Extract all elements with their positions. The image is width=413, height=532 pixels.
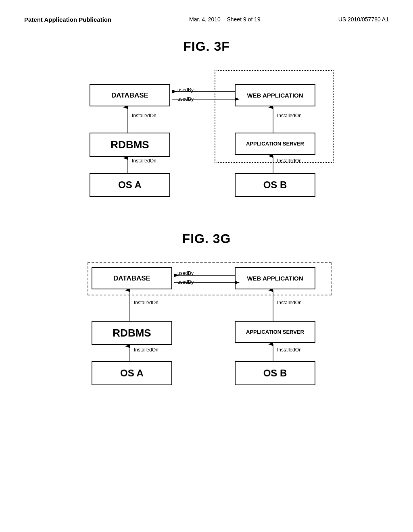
fig3f-osb-label: OS B xyxy=(263,179,287,191)
fig3g-webapp-label: WEB APPLICATION xyxy=(247,275,303,282)
fig3f-installedon-webapp: InstalledOn xyxy=(277,113,302,118)
fig3g-installedon-db: InstalledOn xyxy=(134,300,159,305)
fig3f-rdbms-label: RDBMS xyxy=(111,139,149,151)
fig3f-appserver-box: APPLICATION SERVER xyxy=(235,133,315,155)
section-gap xyxy=(24,207,389,231)
fig3f-installedon-db: InstalledOn xyxy=(132,113,156,118)
fig3g-appserver-box: APPLICATION SERVER xyxy=(235,321,315,343)
page: Patent Application Publication Mar. 4, 2… xyxy=(0,0,413,532)
fig3g-osb-box: OS B xyxy=(235,361,315,385)
fig3f-container: DATABASE WEB APPLICATION usedBy usedBy R… xyxy=(24,66,389,199)
fig3g-osa-box: OS A xyxy=(92,361,172,385)
fig3f-webapp-box: WEB APPLICATION xyxy=(235,84,315,106)
fig3g-osb-label: OS B xyxy=(263,368,287,379)
fig3f-database-box: DATABASE xyxy=(90,84,170,106)
fig3g-container: DATABASE WEB APPLICATION usedBy usedBy R… xyxy=(24,258,389,395)
fig3g-rdbms-label: RDBMS xyxy=(113,327,151,339)
fig3f-installedon-rdbms: InstalledOn xyxy=(132,158,156,164)
fig3g-webapp-box: WEB APPLICATION xyxy=(235,267,315,289)
fig3g-installedon-rdbms: InstalledOn xyxy=(134,347,159,353)
fig3g-database-box: DATABASE xyxy=(92,267,172,289)
fig3f-appserver-label: APPLICATION SERVER xyxy=(246,141,304,147)
header-date: Mar. 4, 2010 xyxy=(189,16,221,23)
fig3f-rdbms-box: RDBMS xyxy=(90,133,170,157)
fig3f-osa-label: OS A xyxy=(118,179,142,191)
fig3f-usedby-top-label: usedBy xyxy=(177,87,194,93)
fig3g-usedby-top-label: usedBy xyxy=(177,270,194,276)
header-date-sheet: Mar. 4, 2010 Sheet 9 of 19 xyxy=(189,16,261,23)
fig3g-diagram: DATABASE WEB APPLICATION usedBy usedBy R… xyxy=(65,258,348,395)
fig3f-osa-box: OS A xyxy=(90,173,170,197)
header-patent-number: US 2010/057780 A1 xyxy=(338,16,389,23)
header-sheet: Sheet 9 of 19 xyxy=(227,16,260,23)
fig3g-appserver-label: APPLICATION SERVER xyxy=(246,329,304,335)
fig3f-osb-box: OS B xyxy=(235,173,315,197)
fig3g-osa-label: OS A xyxy=(120,368,144,379)
fig3f-installedon-appserver: InstalledOn xyxy=(277,158,302,164)
fig3g-database-label: DATABASE xyxy=(113,274,150,283)
fig3g-installedon-appserver: InstalledOn xyxy=(277,347,302,353)
fig3g-usedby-bottom-label: usedBy xyxy=(177,279,194,285)
fig3f-usedby-bottom-label: usedBy xyxy=(177,96,194,102)
page-header: Patent Application Publication Mar. 4, 2… xyxy=(24,16,389,23)
header-publication-label: Patent Application Publication xyxy=(24,16,111,23)
fig3f-diagram: DATABASE WEB APPLICATION usedBy usedBy R… xyxy=(65,66,348,199)
fig3g-installedon-webapp: InstalledOn xyxy=(277,300,302,305)
fig3g-title: FIG. 3G xyxy=(24,231,389,246)
fig3f-database-label: DATABASE xyxy=(111,91,148,100)
fig3g-rdbms-box: RDBMS xyxy=(92,321,172,345)
fig3f-webapp-label: WEB APPLICATION xyxy=(247,92,303,99)
fig3f-title: FIG. 3F xyxy=(24,39,389,54)
